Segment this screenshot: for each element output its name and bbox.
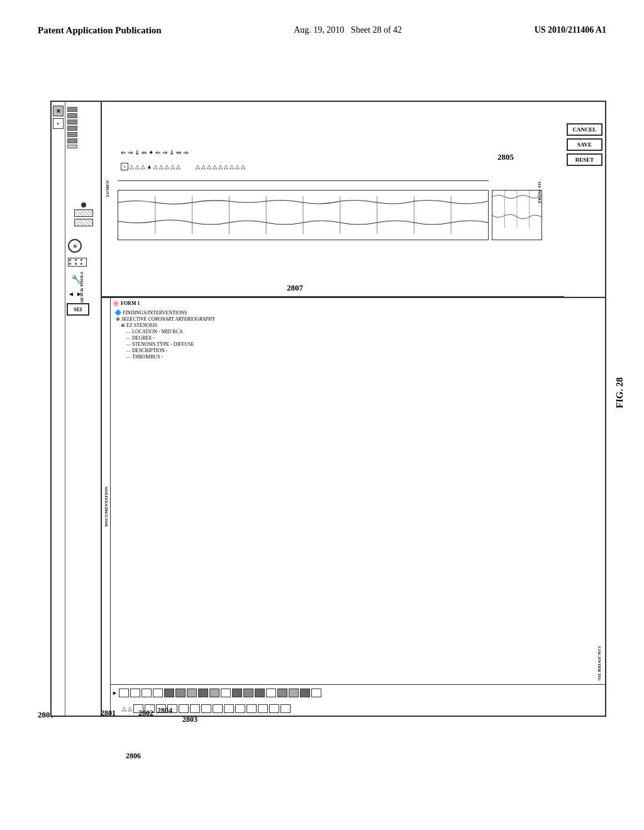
tree-item-2: EZ STENOSIS — [126, 323, 157, 328]
tb-box-17[interactable] — [300, 689, 310, 697]
dash-2: — — [126, 335, 131, 341]
tri-13: △ — [213, 163, 217, 170]
tb-box-r2-5[interactable] — [179, 704, 189, 713]
tb-box-13[interactable] — [255, 689, 265, 697]
tree-item-7: THROMBUS - — [132, 354, 163, 360]
reset-button[interactable]: RESET — [567, 153, 602, 166]
tb-box-16[interactable] — [289, 689, 299, 697]
x-icon[interactable]: ✕ — [53, 106, 64, 116]
tb-box-9[interactable] — [209, 689, 219, 697]
square-icon[interactable]: ▪ — [53, 118, 64, 129]
right-chart-area — [492, 190, 542, 240]
cancel-button[interactable]: CANCEL — [567, 123, 602, 136]
tb-box-r2-11[interactable] — [247, 704, 257, 713]
label-2803: 2803 — [182, 715, 197, 724]
check-box[interactable]: × — [121, 163, 128, 170]
tri-8: △ — [170, 163, 175, 170]
tb-box-r2-7[interactable] — [201, 704, 211, 713]
form-label: FORM 1 — [121, 301, 140, 306]
tree-item-3: LOCATION - MID RCA — [132, 329, 183, 335]
patent-number: US 2010/211406 A1 — [535, 25, 606, 35]
main-diagram-container: 2800 ✕ ▪ — [38, 101, 606, 755]
col-enter-to: COL.ENTER TO: — [597, 646, 602, 681]
tri-3: △ — [141, 163, 145, 170]
sym-5: ✦ — [148, 149, 153, 156]
tb-box-15[interactable] — [277, 689, 287, 697]
left-sidebar: ✕ ▪ — [52, 102, 102, 716]
sheet-info: Sheet 28 of 42 — [351, 25, 402, 35]
tb-box-14[interactable] — [266, 689, 276, 697]
tri-2: △ — [135, 163, 140, 170]
main-content: CANCEL SAVE RESET 2805 ⇐ ⇒ ⇓ ⇔ ✦ ⇐ ⇒ — [102, 102, 605, 716]
tb-box-4[interactable] — [153, 689, 163, 697]
tree-item-5: STENOSIS TYPE - DIFFUSE — [132, 341, 194, 347]
tb-box-10[interactable] — [221, 689, 231, 697]
tree-row-1: ⊕ SELECTIVE CORONARY ARTERIOGRAPHY — [116, 316, 605, 322]
form-header: 🌸 FORM 1 — [111, 298, 605, 309]
tree-content: 🌸 FORM 1 🔷 FINDINGS/INTERVENTIONS ⊕ SELE… — [111, 298, 605, 684]
circle-icon[interactable]: ⊗ — [68, 239, 82, 253]
bottom-toolbar-row1: ► — [111, 685, 605, 700]
section-icon: 🔷 — [114, 309, 121, 316]
tb-box-2[interactable] — [130, 689, 140, 697]
dots-grid — [68, 258, 87, 267]
dash-5: — — [126, 354, 131, 360]
form-icon: 🌸 — [112, 300, 119, 307]
tb-box-6[interactable] — [175, 689, 186, 697]
tb-box-1[interactable] — [119, 689, 129, 697]
expand-icon-2[interactable]: ⊕ — [121, 323, 125, 328]
tri-11: △ — [201, 163, 206, 170]
tb-box-5[interactable] — [164, 689, 174, 697]
label-2807: 2807 — [287, 283, 303, 293]
tb-box-r2-13[interactable] — [269, 704, 279, 713]
tree-item-4: DEGREE - — [132, 335, 155, 341]
tb-box-12[interactable] — [243, 689, 253, 697]
tri-16: △ — [230, 163, 234, 170]
tree-row-5: — STENOSIS TYPE - DIFFUSE — [126, 341, 605, 347]
sym-7: ⇒ — [162, 149, 167, 156]
sym-10: ⇒ — [183, 149, 188, 156]
save-button[interactable]: SAVE — [567, 138, 602, 151]
outer-frame: ✕ ▪ — [50, 101, 606, 717]
tb-box-r2-8[interactable] — [213, 704, 223, 713]
tb-box-8[interactable] — [198, 689, 208, 697]
documentation-label-container: DOCUMENTATION — [102, 298, 111, 716]
right-buttons: CANCEL SAVE RESET — [564, 121, 605, 169]
label-2804: 2804 — [157, 706, 172, 716]
tb-box-r2-10[interactable] — [235, 704, 245, 713]
sym-9: ⇔ — [176, 149, 181, 156]
tree-item-6: DESCRIPTION - — [132, 348, 168, 353]
bottom-toolbar: ► — [111, 684, 605, 716]
tb-box-3[interactable] — [142, 689, 152, 697]
lumen-chart-area — [118, 190, 489, 240]
tri-10: △ — [196, 163, 200, 170]
tb-box-11[interactable] — [232, 689, 242, 697]
tb-box-r2-12[interactable] — [258, 704, 268, 713]
left-arrow[interactable]: ◄ — [68, 290, 74, 297]
tb-arrow[interactable]: ► — [112, 690, 118, 696]
tri-1: △ — [130, 163, 134, 170]
expand-icon-1[interactable]: ⊕ — [116, 316, 120, 322]
tb-box-r2-6[interactable] — [190, 704, 200, 713]
tree-row-7: — THROMBUS - — [126, 354, 605, 360]
lumen-top-line — [118, 180, 489, 181]
sei-button[interactable]: SEI — [67, 303, 89, 316]
documentation-label: DOCUMENTATION — [104, 487, 109, 527]
dash-4: — — [126, 348, 131, 353]
label-2801: 2801 — [101, 709, 116, 718]
tb-box-r2-14[interactable] — [280, 704, 291, 713]
tb-box-r2-9[interactable] — [224, 704, 234, 713]
pub-date: Aug. 19, 2010 — [294, 25, 344, 35]
tri-9: △ — [176, 163, 180, 170]
symbol-row: ⇐ ⇒ ⇓ ⇔ ✦ ⇐ ⇒ ⇓ ⇔ ⇒ — [121, 146, 552, 158]
dash-1: — — [126, 329, 131, 335]
stacked-bars — [67, 107, 79, 150]
tri-6: △ — [159, 163, 164, 170]
lumen-label: LUMEN — [105, 180, 110, 197]
sym-8: ⇓ — [169, 149, 174, 156]
middle-icons — [67, 202, 101, 226]
tb-box-7[interactable] — [187, 689, 197, 697]
tree-row-3: — LOCATION - MID RCA — [126, 329, 605, 335]
tb-box-18[interactable] — [311, 689, 321, 697]
triangle-row-1: × △ △ △ ▲ △ △ △ △ △ △ △ △ △ △ △ — [121, 162, 552, 172]
